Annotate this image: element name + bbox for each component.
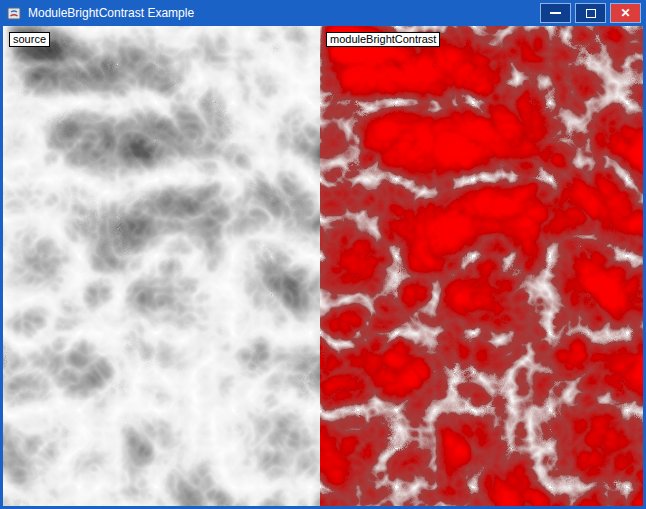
minimize-icon [550,12,561,14]
close-button[interactable]: ✕ [610,3,641,23]
maximize-button[interactable] [575,3,606,23]
source-image-label: source [9,32,50,47]
result-texture [320,26,643,506]
app-window: ModuleBrightContrast Example ✕ source mo [0,0,646,509]
result-image-panel: moduleBrightContrast [320,26,643,506]
source-image-panel: source [3,26,320,506]
result-image-label: moduleBrightContrast [326,32,440,47]
minimize-button[interactable] [540,3,571,23]
close-icon: ✕ [620,7,630,19]
java-app-icon[interactable] [6,5,22,21]
window-controls: ✕ [540,3,641,23]
title-bar[interactable]: ModuleBrightContrast Example ✕ [0,0,646,26]
source-texture [3,26,320,506]
window-title: ModuleBrightContrast Example [28,6,540,20]
maximize-icon [586,9,596,18]
content-area: source moduleBrightContrast [3,26,643,506]
